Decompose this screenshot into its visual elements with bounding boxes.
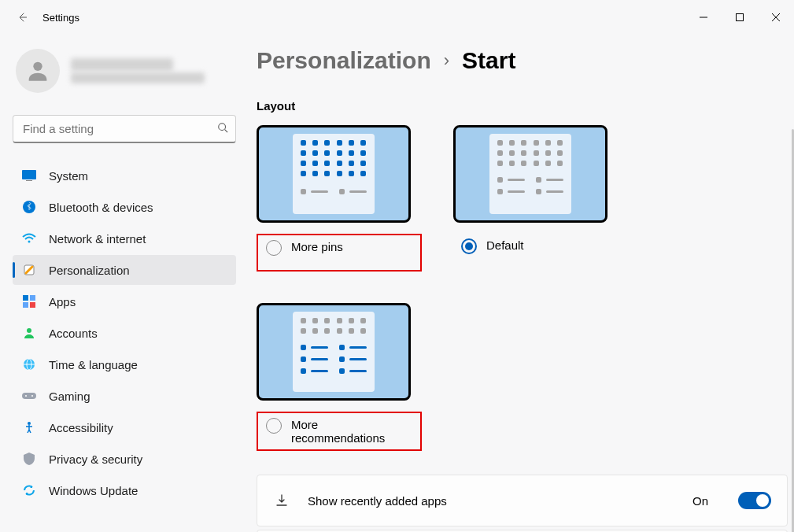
layout-thumb-more-recs	[257, 303, 411, 401]
nav-item-label: Windows Update	[49, 484, 138, 497]
download-icon	[273, 492, 290, 509]
breadcrumb: Personalization › Start	[257, 47, 788, 74]
back-button[interactable]	[14, 9, 30, 25]
svg-point-1	[33, 62, 42, 71]
nav-update[interactable]: Windows Update	[13, 475, 236, 505]
toggle-recently-added[interactable]	[738, 492, 771, 509]
nav-accounts[interactable]: Accounts	[13, 318, 236, 348]
window-controls	[685, 5, 794, 30]
shield-icon	[22, 452, 36, 466]
nav-item-label: Privacy & security	[49, 453, 142, 466]
paint-icon	[22, 263, 36, 277]
radio-default[interactable]	[461, 238, 477, 254]
sidebar: System Bluetooth & devices Network & int…	[0, 35, 244, 532]
radio-label: More recommendations	[291, 418, 412, 445]
search-icon	[217, 122, 228, 136]
nav-bluetooth[interactable]: Bluetooth & devices	[13, 192, 236, 222]
svg-rect-11	[30, 302, 35, 308]
main-content: Personalization › Start Layout	[244, 35, 794, 532]
radio-more-pins[interactable]	[266, 240, 282, 256]
settings-window: Settings	[0, 0, 794, 532]
nav-item-label: Bluetooth & devices	[49, 201, 153, 214]
accessibility-icon	[22, 420, 36, 434]
bluetooth-icon	[22, 200, 36, 214]
svg-point-12	[27, 328, 31, 333]
section-layout-label: Layout	[257, 99, 788, 113]
nav-item-label: Apps	[49, 295, 76, 308]
nav-item-label: System	[49, 169, 88, 183]
row-recently-added[interactable]: Show recently added apps On	[257, 475, 788, 526]
user-email-redacted	[71, 72, 205, 83]
layout-option-default[interactable]: Default	[453, 125, 608, 272]
minimize-button[interactable]	[685, 5, 722, 30]
wifi-icon	[22, 231, 36, 246]
apps-icon	[22, 294, 36, 308]
svg-rect-10	[23, 302, 28, 308]
svg-rect-3	[22, 170, 36, 179]
globe-icon	[22, 357, 36, 371]
nav-item-label: Time & language	[49, 358, 138, 371]
svg-point-18	[28, 422, 31, 425]
avatar	[16, 49, 60, 93]
svg-point-17	[31, 395, 33, 397]
svg-point-16	[25, 395, 27, 397]
update-icon	[22, 483, 36, 497]
breadcrumb-current: Start	[462, 47, 515, 74]
layout-option-more-recs[interactable]: More recommendations	[257, 303, 422, 451]
svg-rect-0	[737, 14, 744, 21]
toggle-state: On	[692, 494, 708, 508]
gamepad-icon	[22, 389, 36, 403]
nav-item-label: Personalization	[49, 264, 130, 277]
search-box[interactable]	[13, 115, 236, 143]
svg-rect-15	[22, 393, 36, 399]
nav-apps[interactable]: Apps	[13, 286, 236, 316]
nav-personalization[interactable]: Personalization	[13, 255, 236, 285]
nav-item-label: Accounts	[49, 327, 98, 340]
breadcrumb-parent[interactable]: Personalization	[257, 47, 431, 74]
user-name-redacted	[71, 58, 173, 71]
nav-system[interactable]: System	[13, 161, 236, 190]
chevron-right-icon: ›	[444, 50, 449, 71]
search-input[interactable]	[13, 115, 236, 143]
radio-label: Default	[486, 238, 524, 252]
nav-time[interactable]: Time & language	[13, 349, 236, 379]
close-button[interactable]	[758, 5, 794, 30]
user-profile[interactable]	[13, 44, 236, 98]
maximize-button[interactable]	[722, 5, 758, 30]
nav-item-label: Accessibility	[49, 421, 113, 434]
settings-list: Show recently added apps On Show most us…	[257, 475, 788, 532]
svg-point-6	[28, 241, 31, 243]
row-label: Show recently added apps	[308, 494, 675, 508]
nav-list: System Bluetooth & devices Network & int…	[13, 161, 236, 505]
svg-rect-8	[23, 295, 28, 301]
layout-thumb-default	[453, 125, 608, 223]
layout-option-more-pins[interactable]: More pins	[257, 125, 422, 272]
radio-label: More pins	[291, 240, 343, 253]
svg-rect-9	[30, 295, 35, 301]
svg-point-2	[219, 124, 226, 131]
nav-item-label: Network & internet	[49, 232, 146, 246]
nav-network[interactable]: Network & internet	[13, 224, 236, 253]
titlebar: Settings	[0, 0, 794, 35]
person-icon	[22, 326, 36, 340]
nav-accessibility[interactable]: Accessibility	[13, 412, 236, 442]
layout-thumb-more-pins	[257, 125, 411, 223]
layout-options: More pins	[257, 125, 788, 451]
svg-rect-4	[26, 180, 32, 181]
system-icon	[22, 168, 36, 183]
radio-more-recs[interactable]	[266, 418, 282, 434]
nav-privacy[interactable]: Privacy & security	[13, 444, 236, 474]
nav-gaming[interactable]: Gaming	[13, 381, 236, 411]
nav-item-label: Gaming	[49, 390, 90, 403]
window-title: Settings	[42, 12, 79, 24]
